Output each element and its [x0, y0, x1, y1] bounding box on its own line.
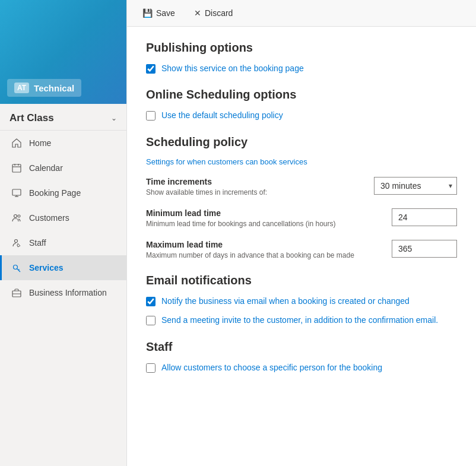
email-notifications-section: Email notifications Notify the business … — [146, 274, 457, 326]
time-increments-labels: Time increments Show available times in … — [146, 177, 374, 196]
maximum-lead-time-labels: Maximum lead time Maximum number of days… — [146, 240, 392, 259]
content-area: Publishing options Show this service on … — [127, 27, 476, 466]
notify-business-label: Notify the business via email when a boo… — [161, 296, 410, 308]
svg-rect-4 — [12, 189, 21, 195]
staff-title: Staff — [146, 340, 457, 354]
allow-choose-label: Allow customers to choose a specific per… — [161, 362, 382, 374]
scheduling-policy-title: Scheduling policy — [146, 135, 457, 149]
logo-badge: AT — [14, 83, 29, 93]
discard-button[interactable]: ✕ Discard — [191, 6, 236, 20]
briefcase-icon — [11, 287, 22, 298]
sidebar: AT Technical Art Class ⌄ Home Calendar — [0, 0, 127, 466]
calendar-icon — [11, 163, 22, 173]
monitor-icon — [11, 188, 22, 198]
sidebar-title-row[interactable]: Art Class ⌄ — [0, 104, 126, 131]
online-scheduling-title: Online Scheduling options — [146, 88, 457, 102]
sidebar-item-customers[interactable]: Customers — [0, 205, 126, 230]
minimum-lead-time-label: Minimum lead time — [146, 208, 392, 218]
minimum-lead-time-sublabel: Minimum lead time for bookings and cance… — [146, 220, 392, 228]
home-icon — [11, 138, 22, 148]
sidebar-item-calendar[interactable]: Calendar — [0, 156, 126, 180]
discard-icon: ✕ — [194, 8, 201, 18]
people-icon — [11, 213, 22, 223]
time-increments-label: Time increments — [146, 177, 374, 186]
key-icon — [11, 262, 22, 273]
sidebar-item-home[interactable]: Home — [0, 131, 126, 156]
main-content: 💾 Save ✕ Discard Publishing options Show… — [127, 0, 476, 466]
chevron-down-icon: ⌄ — [111, 114, 117, 122]
business-information-label: Business Information — [29, 288, 107, 297]
svg-point-8 — [18, 215, 20, 217]
time-increments-control: 30 minutes 15 minutes 45 minutes 60 minu… — [374, 177, 457, 195]
publishing-options-title: Publishing options — [146, 41, 457, 55]
show-service-checkbox[interactable] — [146, 64, 156, 74]
notify-business-row: Notify the business via email when a boo… — [146, 296, 457, 308]
time-increments-select[interactable]: 30 minutes 15 minutes 45 minutes 60 minu… — [374, 177, 457, 195]
logo-text: Technical — [34, 83, 74, 93]
save-icon: 💾 — [142, 8, 153, 18]
svg-point-9 — [15, 240, 18, 243]
booking-page-label: Booking Page — [29, 188, 81, 198]
send-invite-label: Send a meeting invite to the customer, i… — [161, 315, 438, 326]
minimum-lead-time-input[interactable] — [392, 208, 457, 226]
time-increments-row: Time increments Show available times in … — [146, 177, 457, 196]
use-default-checkbox[interactable] — [146, 111, 156, 121]
svg-point-7 — [14, 215, 17, 218]
svg-rect-0 — [12, 164, 21, 172]
discard-label: Discard — [205, 8, 233, 18]
minimum-lead-time-control — [392, 208, 457, 226]
sidebar-item-services[interactable]: Services — [0, 255, 126, 280]
scheduling-policy-section: Scheduling policy Settings for when cust… — [146, 135, 457, 259]
maximum-lead-time-sublabel: Maximum number of days in advance that a… — [146, 251, 392, 259]
sidebar-logo: AT Technical — [7, 79, 81, 97]
maximum-lead-time-row: Maximum lead time Maximum number of days… — [146, 240, 457, 259]
staff-label: Staff — [29, 238, 46, 248]
allow-choose-checkbox[interactable] — [146, 363, 156, 373]
person-tag-icon — [11, 237, 22, 248]
sidebar-item-staff[interactable]: Staff — [0, 230, 126, 255]
staff-section: Staff Allow customers to choose a specif… — [146, 340, 457, 374]
show-service-row: Show this service on the booking page — [146, 63, 457, 75]
minimum-lead-time-row: Minimum lead time Minimum lead time for … — [146, 208, 457, 228]
publishing-options-section: Publishing options Show this service on … — [146, 41, 457, 75]
send-invite-checkbox[interactable] — [146, 316, 156, 325]
time-increments-sublabel: Show available times in increments of: — [146, 188, 374, 196]
toolbar: 💾 Save ✕ Discard — [127, 0, 476, 27]
save-label: Save — [156, 8, 175, 18]
use-default-label: Use the default scheduling policy — [161, 110, 283, 122]
time-increments-select-wrapper: 30 minutes 15 minutes 45 minutes 60 minu… — [374, 177, 457, 195]
home-label: Home — [29, 138, 51, 148]
minimum-lead-time-labels: Minimum lead time Minimum lead time for … — [146, 208, 392, 228]
allow-choose-row: Allow customers to choose a specific per… — [146, 362, 457, 374]
sidebar-header: AT Technical — [0, 0, 126, 104]
policy-description: Settings for when customers can book ser… — [146, 157, 457, 166]
sidebar-title: Art Class — [9, 112, 54, 124]
maximum-lead-time-label: Maximum lead time — [146, 240, 392, 249]
save-button[interactable]: 💾 Save — [139, 6, 179, 20]
services-label: Services — [29, 263, 64, 272]
online-scheduling-section: Online Scheduling options Use the defaul… — [146, 88, 457, 122]
use-default-row: Use the default scheduling policy — [146, 110, 457, 122]
maximum-lead-time-input[interactable] — [392, 240, 457, 258]
sidebar-item-booking-page[interactable]: Booking Page — [0, 180, 126, 205]
customers-label: Customers — [29, 213, 69, 223]
calendar-label: Calendar — [29, 163, 63, 173]
send-invite-row: Send a meeting invite to the customer, i… — [146, 315, 457, 326]
maximum-lead-time-control — [392, 240, 457, 258]
notify-business-checkbox[interactable] — [146, 297, 156, 306]
show-service-label: Show this service on the booking page — [161, 63, 304, 75]
email-notifications-title: Email notifications — [146, 274, 457, 287]
sidebar-item-business-information[interactable]: Business Information — [0, 280, 126, 305]
svg-point-10 — [14, 265, 18, 270]
